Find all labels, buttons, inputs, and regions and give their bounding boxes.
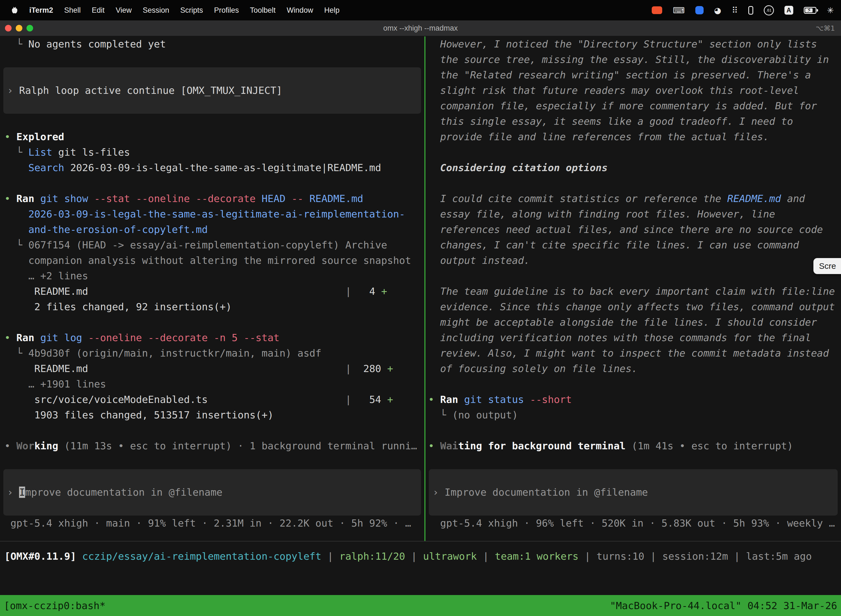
left-prompt-input-box[interactable]: › Improve documentation in @filename [3,469,421,516]
text-segment: | [579,551,596,562]
text-segment: 54 [351,394,387,405]
text-segment: • [428,440,440,452]
iphone-mirroring-icon[interactable] [748,6,753,15]
terminal-line: └ (no output) [425,407,841,423]
close-button[interactable] [5,25,12,31]
text-segment: this single essay, it seems like a good … [428,116,793,127]
menu-item-session[interactable]: Session [143,6,169,15]
text-segment: … +2 lines [4,270,88,282]
text-segment: … +1901 lines [4,378,106,390]
text-segment: of focusing solely on file lines. [428,363,638,374]
zoom-button[interactable] [26,25,33,31]
text-segment: 4 [351,286,381,297]
text-segment: └ [4,38,28,50]
text-segment: ralph:11/20 [339,551,405,562]
left-pane-body-lines: • Explored └ List git ls-files Search 20… [0,114,424,469]
text-segment: | [728,551,746,562]
text-segment: • [4,332,16,343]
minimize-button[interactable] [16,25,22,31]
menu-item-iterm2[interactable]: iTerm2 [29,6,53,15]
keyboard-icon[interactable]: ⌨ [673,6,684,15]
text-segment: • [4,440,16,452]
menu-item-toolbelt[interactable]: Toolbelt [250,6,275,15]
apple-menu-icon[interactable] [11,6,18,14]
terminal-line [0,454,424,469]
battery-icon[interactable]: ⚡ [804,7,816,14]
menu-status-icons: ⌨ ◕ ⠿ .61 A ⚡ ✳ [652,5,834,15]
text-segment: | [321,551,339,562]
terminal-line [0,423,424,438]
text-segment: team:1 workers [495,551,578,562]
text-segment [58,440,64,452]
terminal-line: this single essay, it seems like a good … [425,114,841,129]
text-segment: HEAD [255,193,285,204]
text-segment: [OMX#0.11.9] [4,551,82,562]
menu-item-profiles[interactable]: Profiles [214,6,239,15]
terminal-line: … +2 lines [0,268,424,284]
text-segment: README.md [4,363,88,374]
input-source-icon[interactable]: A [784,6,793,15]
text-segment: README.md [303,193,363,204]
right-pane[interactable]: However, I noticed the "Directory Struct… [425,37,841,541]
ralph-loop-banner: › Ralph loop active continue [OMX_TMUX_I… [3,67,421,114]
menu-item-window[interactable]: Window [287,6,313,15]
text-segment: session:12m [662,551,728,562]
menu-item-view[interactable]: View [116,6,132,15]
text-segment: Ralph loop active continue [OMX_TMUX_INJ… [19,85,282,96]
text-segment: (11m 13s • esc to interrupt) [64,440,232,452]
text-segment: output instead. [428,255,530,266]
menu-item-help[interactable]: Help [324,6,340,15]
text-segment: might be acceptable alongside the file l… [428,317,817,328]
terminal-line: README.md | 280 + [0,361,424,377]
text-segment: Considering citation options [428,162,608,173]
terminal-line: └ No agents completed yet [0,37,424,52]
text-segment: Ran [16,332,34,343]
recording-indicator-icon[interactable] [652,6,662,14]
screen-share-overlay-button[interactable]: Scre [813,258,841,274]
text-segment: changes, I can't cite specific file line… [428,239,799,251]
text-segment [458,394,464,405]
text-segment: the "Related research writing" section i… [428,69,811,81]
moon-icon[interactable]: ◕ [714,6,721,15]
text-segment: review. Also, I might want to inspect th… [428,348,829,359]
text-segment: provide file and line references from th… [428,131,769,142]
menu-item-edit[interactable]: Edit [92,6,105,15]
menu-item-shell[interactable]: Shell [64,6,81,15]
gauge-icon[interactable]: .61 [764,5,774,15]
terminal-line: output instead. [425,253,841,268]
text-segment: › [7,85,19,96]
terminal-line [425,268,841,284]
tmux-session-label: [omx-cczip0:bash* [4,600,105,611]
text-segment: 067f154 (HEAD -> essay/ai-reimplementati… [28,239,387,251]
text-segment [34,332,40,343]
terminal-line: [OMX#0.11.9] cczip/essay/ai-reimplementa… [0,549,841,564]
text-segment: 2026-03-09-is-legal-the-same-as-legitima… [4,208,405,220]
terminal: └ No agents completed yet › Ralph loop a… [0,37,841,541]
fan-icon[interactable]: ✳ [827,6,834,15]
text-segment: · 1 background terminal runni… [232,440,417,452]
text-segment: + [381,286,387,297]
right-prompt-input-box[interactable]: › Improve documentation in @filename [429,469,838,516]
app-grid-icon[interactable]: ⠿ [732,6,738,15]
terminal-line [425,454,841,469]
menu-item-scripts[interactable]: Scripts [180,6,203,15]
text-segment: No agents completed yet [28,38,166,50]
raycast-icon[interactable] [695,6,703,14]
text-segment: + [387,394,393,405]
omx-status-bar: [OMX#0.11.9] cczip/essay/ai-reimplementa… [0,541,841,595]
text-segment: • [428,394,440,405]
terminal-line: › Improve documentation in @filename [429,485,838,500]
terminal-line: 2026-03-09-is-legal-the-same-as-legitima… [0,207,424,222]
terminal-line: • Ran git log --oneline --decorate -n 5 … [0,330,424,346]
left-pane[interactable]: └ No agents completed yet › Ralph loop a… [0,37,424,541]
text-segment: However, I noticed the "Directory Struct… [428,38,817,50]
text-segment: 2026-03-09-is-legal-the-same-as-legitima… [64,162,381,173]
terminal-line [425,145,841,160]
left-model-status-line: gpt-5.4 xhigh · main · 91% left · 2.31M … [0,516,424,531]
text-segment: › [433,487,444,498]
tmux-host-clock-label: "MacBook-Pro-44.local" 04:52 31-Mar-26 [610,600,837,611]
screen: iTerm2ShellEditViewSessionScriptsProfile… [0,0,841,616]
text-segment: companion analysis without altering the … [4,255,411,266]
text-segment: Ran [440,394,458,405]
ralph-loop-banner-line: › Ralph loop active continue [OMX_TMUX_I… [3,83,421,98]
